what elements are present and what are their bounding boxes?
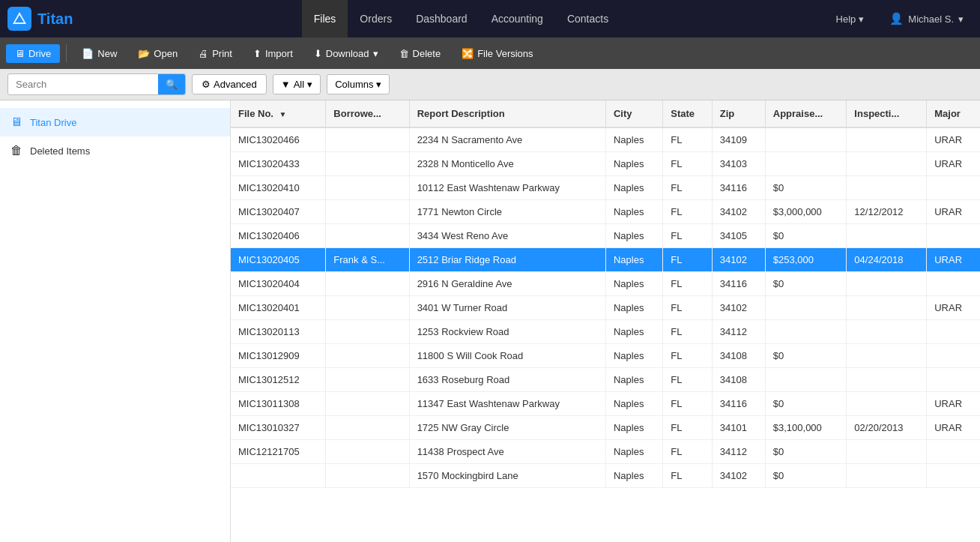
cell-zip: 34103 — [712, 152, 765, 176]
cell-borrower — [326, 392, 409, 416]
cell-state: FL — [663, 152, 713, 176]
sidebar-item-deleted-items[interactable]: 🗑 Deleted Items — [0, 136, 230, 165]
cell-zip: 34116 — [712, 392, 765, 416]
cell-borrower — [326, 200, 409, 224]
open-button[interactable]: 📂 Open — [129, 44, 187, 63]
search-input[interactable] — [8, 75, 158, 94]
drive-button[interactable]: 🖥 Drive — [6, 44, 60, 63]
cell-major: URAR — [927, 416, 980, 440]
col-inspect[interactable]: Inspecti... — [847, 100, 927, 127]
cell-state: FL — [663, 392, 713, 416]
nav-user[interactable]: 👤 Michael S. ▾ — [880, 0, 973, 37]
cell-report-desc: 2916 N Geraldine Ave — [409, 272, 605, 296]
table-row[interactable]: MIC130204063434 West Reno AveNaplesFL341… — [231, 224, 980, 248]
table-row[interactable]: MIC13020405Frank & S...2512 Briar Ridge … — [231, 248, 980, 272]
print-icon: 🖨 — [199, 48, 208, 59]
table-row[interactable]: MIC130125121633 Roseburg RoadNaplesFL341… — [231, 368, 980, 392]
cell-inspect — [847, 320, 927, 344]
cell-borrower — [326, 440, 409, 464]
cell-report-desc: 11800 S Will Cook Road — [409, 344, 605, 368]
cell-state: FL — [663, 320, 713, 344]
cell-zip: 34108 — [712, 344, 765, 368]
sidebar-item-titan-drive[interactable]: 🖥 Titan Drive — [0, 108, 230, 136]
cell-major: URAR — [927, 127, 980, 152]
cell-major — [927, 368, 980, 392]
file-versions-button[interactable]: 🔀 File Versions — [453, 44, 542, 63]
columns-button[interactable]: Columns ▾ — [327, 74, 390, 94]
cell-inspect — [847, 176, 927, 200]
cell-city: Naples — [605, 248, 662, 272]
cell-major: URAR — [927, 248, 980, 272]
cell-major — [927, 344, 980, 368]
table-row[interactable]: MIC130103271725 NW Gray CircleNaplesFL34… — [231, 416, 980, 440]
cell-report-desc: 1771 Newton Circle — [409, 200, 605, 224]
new-button[interactable]: 📄 New — [73, 44, 126, 63]
cell-appraise: $0 — [765, 392, 847, 416]
download-chevron: ▾ — [373, 48, 378, 59]
cell-report-desc: 11347 East Washtenaw Parkway — [409, 392, 605, 416]
cell-appraise — [765, 296, 847, 320]
cell-report-desc: 1253 Rockview Road — [409, 320, 605, 344]
import-button[interactable]: ⬆ Import — [244, 44, 302, 63]
table-row[interactable]: MIC130201131253 Rockview RoadNaplesFL341… — [231, 320, 980, 344]
nav-right: Help ▾ 👤 Michael S. ▾ — [827, 0, 973, 37]
cell-report-desc: 1570 Mockingbird Lane — [409, 464, 605, 488]
col-borrower[interactable]: Borrowe... — [326, 100, 409, 127]
nav-contacts[interactable]: Contacts — [555, 0, 620, 37]
table-row[interactable]: MIC1301290911800 S Will Cook RoadNaplesF… — [231, 344, 980, 368]
cell-zip: 34105 — [712, 224, 765, 248]
cell-borrower — [326, 272, 409, 296]
col-report-desc[interactable]: Report Description — [409, 100, 605, 127]
cell-zip: 34102 — [712, 296, 765, 320]
delete-button[interactable]: 🗑 Delete — [390, 44, 450, 63]
cell-report-desc: 1725 NW Gray Circle — [409, 416, 605, 440]
col-appraise[interactable]: Appraise... — [765, 100, 847, 127]
table-row[interactable]: MIC130204332328 N Monticello AveNaplesFL… — [231, 152, 980, 176]
nav-accounting[interactable]: Accounting — [480, 0, 555, 37]
cell-state: FL — [663, 200, 713, 224]
table-row[interactable]: MIC130204071771 Newton CircleNaplesFL341… — [231, 200, 980, 224]
cell-inspect — [847, 296, 927, 320]
col-zip[interactable]: Zip — [712, 100, 765, 127]
cell-borrower — [326, 296, 409, 320]
table-row[interactable]: MIC1301130811347 East Washtenaw ParkwayN… — [231, 392, 980, 416]
cell-borrower — [326, 152, 409, 176]
file-versions-icon: 🔀 — [462, 48, 474, 59]
cell-major: URAR — [927, 296, 980, 320]
cell-appraise — [765, 320, 847, 344]
nav-dashboard[interactable]: Dashboard — [404, 0, 480, 37]
col-city[interactable]: City — [605, 100, 662, 127]
table-row[interactable]: MIC1212170511438 Prospect AveNaplesFL341… — [231, 440, 980, 464]
cell-report-desc: 2512 Briar Ridge Road — [409, 248, 605, 272]
nav-files[interactable]: Files — [302, 0, 348, 37]
cell-city: Naples — [605, 152, 662, 176]
col-state[interactable]: State — [663, 100, 713, 127]
table-row[interactable]: MIC1302041010112 East Washtenaw ParkwayN… — [231, 176, 980, 200]
cell-file-no: MIC13020405 — [231, 248, 326, 272]
table-row[interactable]: MIC130204042916 N Geraldine AveNaplesFL3… — [231, 272, 980, 296]
col-file-no[interactable]: File No. ▼ — [231, 100, 326, 127]
download-button[interactable]: ⬇ Download ▾ — [305, 44, 387, 63]
table-row[interactable]: MIC130204013401 W Turner RoadNaplesFL341… — [231, 296, 980, 320]
table-row[interactable]: MIC130204662234 N Sacramento AveNaplesFL… — [231, 127, 980, 152]
advanced-button[interactable]: ⚙ Advanced — [192, 74, 267, 94]
cell-report-desc: 1633 Roseburg Road — [409, 368, 605, 392]
col-major[interactable]: Major — [927, 100, 980, 127]
cell-inspect: 12/12/2012 — [847, 200, 927, 224]
cell-report-desc: 2234 N Sacramento Ave — [409, 127, 605, 152]
cell-city: Naples — [605, 296, 662, 320]
nav-help[interactable]: Help ▾ — [827, 0, 874, 37]
cell-file-no: MIC13012909 — [231, 344, 326, 368]
advanced-icon: ⚙ — [202, 79, 211, 90]
cell-state: FL — [663, 224, 713, 248]
nav-orders[interactable]: Orders — [348, 0, 404, 37]
search-button[interactable]: 🔍 — [158, 74, 185, 94]
table-row[interactable]: 1570 Mockingbird LaneNaplesFL34102$0 — [231, 464, 980, 488]
print-button[interactable]: 🖨 Print — [190, 44, 241, 63]
cell-file-no: MIC13020466 — [231, 127, 326, 152]
cell-report-desc: 2328 N Monticello Ave — [409, 152, 605, 176]
filter-button[interactable]: ▼ All ▾ — [273, 74, 321, 94]
cell-city: Naples — [605, 464, 662, 488]
titan-drive-icon: 🖥 — [10, 115, 22, 129]
cell-major — [927, 320, 980, 344]
